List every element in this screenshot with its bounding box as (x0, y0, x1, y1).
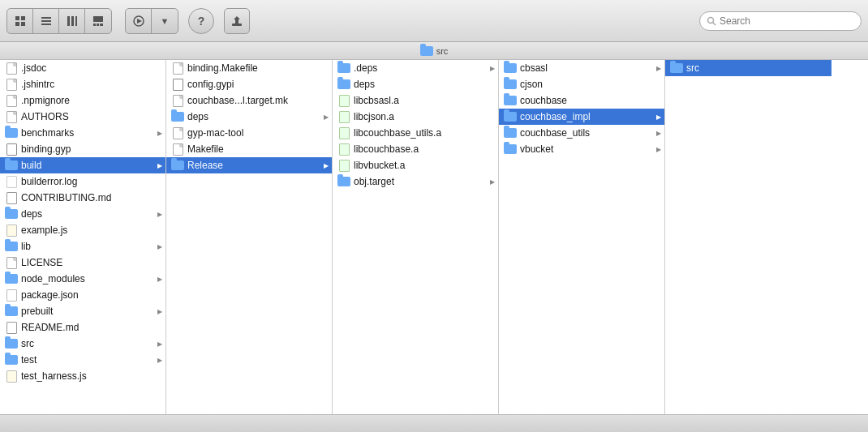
item-label: LICENSE (21, 257, 161, 268)
help-button[interactable]: ? (188, 8, 214, 34)
list-item[interactable]: couchbase...l.target.mk (166, 92, 332, 109)
list-item[interactable]: test (0, 352, 165, 368)
action-button[interactable] (126, 8, 152, 34)
list-item[interactable]: src (0, 336, 165, 352)
js-icon (5, 224, 18, 237)
a-icon (337, 159, 350, 172)
list-item[interactable]: test_harness.js (0, 368, 165, 384)
list-item[interactable]: Release (166, 157, 332, 173)
item-label: Makefile (187, 143, 327, 155)
list-item[interactable]: deps (333, 76, 498, 92)
list-item[interactable]: couchbase (499, 92, 664, 109)
svg-rect-13 (100, 24, 103, 26)
folder-icon (5, 240, 18, 253)
svg-rect-12 (97, 24, 99, 26)
svg-rect-10 (93, 16, 103, 22)
list-item[interactable]: libcjson.a (333, 109, 498, 125)
item-label: test_harness.js (21, 370, 161, 382)
list-item[interactable]: libcbsasl.a (333, 92, 498, 109)
path-bar: src (0, 42, 868, 60)
path-title: src (436, 46, 449, 56)
item-label: .npmignore (21, 95, 161, 106)
list-item[interactable]: AUTHORS (0, 109, 165, 125)
item-label: build (21, 160, 161, 171)
list-item[interactable]: package.json (0, 287, 165, 303)
list-item[interactable]: benchmarks (0, 125, 165, 141)
list-item[interactable]: obj.target (333, 173, 498, 190)
a-icon (337, 94, 350, 107)
json-icon (5, 289, 18, 302)
list-item[interactable]: prebuilt (0, 303, 165, 319)
list-item[interactable]: build (0, 157, 165, 173)
list-item[interactable]: gyp-mac-tool (166, 125, 332, 141)
list-item[interactable]: Makefile (166, 141, 332, 157)
a-icon (337, 110, 350, 123)
view-controls (6, 8, 112, 34)
list-item[interactable]: example.js (0, 222, 165, 238)
list-item[interactable]: .deps (333, 60, 498, 76)
list-item[interactable]: libvbucket.a (333, 157, 498, 173)
search-input[interactable] (720, 15, 854, 27)
svg-rect-5 (41, 20, 51, 22)
list-item[interactable]: couchbase_utils (499, 125, 664, 141)
log-icon (5, 175, 18, 188)
gyp-icon (171, 78, 184, 91)
list-item[interactable]: LICENSE (0, 254, 165, 271)
file-icon (171, 143, 184, 156)
item-label: AUTHORS (21, 111, 161, 122)
svg-point-17 (708, 17, 714, 23)
folder-icon (171, 110, 184, 123)
item-label: libcouchbase.a (354, 143, 493, 155)
list-item[interactable]: CONTRIBUTING.md (0, 190, 165, 206)
list-item[interactable]: README.md (0, 319, 165, 336)
item-label: example.js (21, 225, 161, 236)
search-bar[interactable] (699, 11, 862, 31)
column-3: .depsdepslibcbsasl.alibcjson.alibcouchba… (333, 60, 499, 414)
arrange-button[interactable]: ▼ (152, 8, 178, 34)
svg-rect-7 (67, 16, 70, 26)
list-item[interactable]: libcouchbase_utils.a (333, 125, 498, 141)
list-item[interactable]: cbsasl (499, 60, 664, 76)
list-item[interactable]: .npmignore (0, 92, 165, 109)
item-label: Release (187, 160, 327, 171)
list-item[interactable]: cjson (499, 76, 664, 92)
list-item[interactable]: src (665, 60, 831, 76)
file-icon (171, 62, 184, 75)
column-2: binding.Makefileconfig.gypicouchbase...l… (166, 60, 333, 414)
list-item[interactable]: couchbase_impl (499, 109, 664, 125)
list-item[interactable]: lib (0, 238, 165, 254)
item-label: couchbase...l.target.mk (187, 95, 327, 106)
folder-icon (5, 272, 18, 285)
item-label: src (686, 62, 827, 74)
item-label: node_modules (21, 273, 161, 284)
cover-flow-button[interactable] (85, 8, 111, 34)
list-item[interactable]: config.gypi (166, 76, 332, 92)
column-1: .jsdoc.jshintrc.npmignoreAUTHORSbenchmar… (0, 60, 166, 414)
list-view-button[interactable] (33, 8, 59, 34)
list-item[interactable]: libcouchbase.a (333, 141, 498, 157)
folder-icon (504, 126, 517, 139)
list-item[interactable]: deps (0, 206, 165, 222)
item-label: lib (21, 241, 161, 252)
path-folder-icon (420, 45, 433, 58)
item-label: config.gypi (187, 79, 327, 90)
list-item[interactable]: binding.Makefile (166, 60, 332, 76)
item-label: benchmarks (21, 127, 161, 139)
share-button[interactable] (224, 8, 250, 34)
list-item[interactable]: builderror.log (0, 173, 165, 190)
column-5: src (665, 60, 831, 414)
list-item[interactable]: node_modules (0, 271, 165, 287)
folder-icon (5, 126, 18, 139)
item-label: couchbase_utils (520, 127, 660, 139)
file-icon (5, 94, 18, 107)
column-view-button[interactable] (59, 8, 85, 34)
list-item[interactable]: vbucket (499, 141, 664, 157)
list-item[interactable]: binding.gyp (0, 141, 165, 157)
folder-icon (337, 78, 350, 91)
list-item[interactable]: deps (166, 109, 332, 125)
icon-view-button[interactable] (7, 8, 33, 34)
list-item[interactable]: .jshintrc (0, 76, 165, 92)
folder-icon (504, 143, 517, 156)
list-item[interactable]: .jsdoc (0, 60, 165, 76)
svg-rect-1 (21, 16, 25, 20)
